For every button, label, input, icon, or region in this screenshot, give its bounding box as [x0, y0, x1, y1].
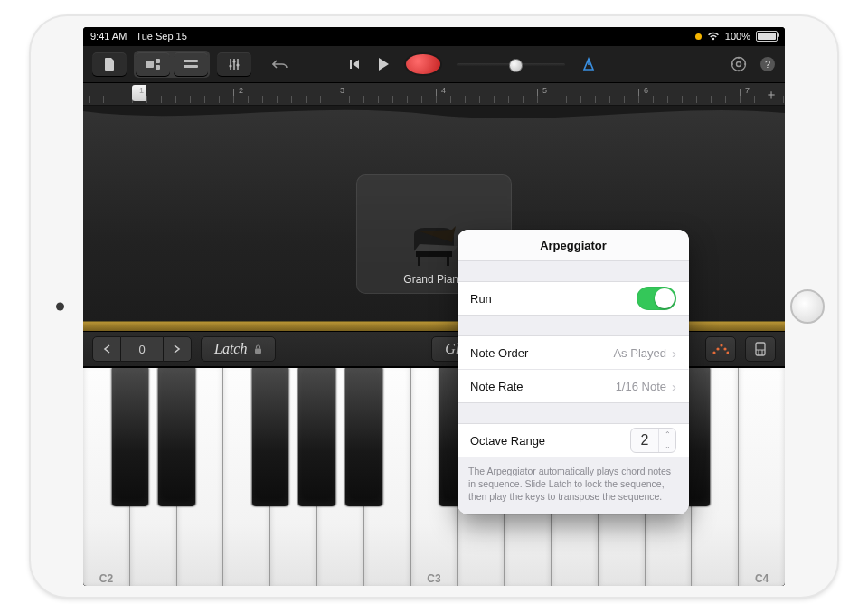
recording-indicator-icon — [695, 33, 702, 40]
toolbar: ? — [83, 45, 785, 83]
browser-view-button[interactable] — [136, 52, 170, 76]
white-key[interactable]: C4 — [739, 368, 785, 586]
popover-title: Arpeggiator — [458, 230, 689, 261]
ruler-mark: 3 — [340, 86, 344, 95]
home-button[interactable] — [790, 289, 825, 324]
ruler-mark: 1 — [139, 86, 144, 95]
ruler-mark: 4 — [441, 86, 446, 95]
svg-point-23 — [712, 351, 715, 354]
front-camera — [56, 303, 64, 311]
svg-point-12 — [737, 62, 741, 67]
grand-piano-icon — [407, 224, 461, 268]
screen: 9:41 AM Tue Sep 15 100% — [83, 27, 785, 586]
svg-rect-3 — [184, 60, 198, 62]
svg-rect-20 — [418, 257, 420, 266]
svg-point-25 — [720, 344, 722, 346]
svg-point-9 — [232, 60, 235, 62]
ruler[interactable]: 1 2 3 4 5 6 7 ＋ — [83, 83, 785, 106]
svg-point-8 — [229, 64, 231, 67]
battery-percent: 100% — [725, 31, 750, 42]
record-button[interactable] — [406, 54, 440, 74]
track-controls-button[interactable] — [217, 52, 251, 76]
status-bar: 9:41 AM Tue Sep 15 100% — [83, 27, 785, 45]
instrument-name: Grand Piano — [403, 273, 464, 286]
note-rate-row[interactable]: Note Rate 1/16 Note › — [458, 370, 689, 403]
svg-rect-21 — [447, 257, 449, 266]
arpeggiator-popover: Arpeggiator Run Note Order As Played › N… — [458, 230, 689, 514]
wifi-icon — [707, 32, 720, 41]
popover-description: The Arpeggiator automatically plays chor… — [458, 457, 689, 514]
svg-rect-19 — [416, 251, 452, 257]
latch-button[interactable]: Latch — [201, 336, 276, 362]
metronome-button[interactable] — [581, 57, 596, 71]
stepper-up-icon[interactable]: ⌃ — [659, 429, 675, 440]
ruler-mark: 5 — [542, 86, 547, 95]
svg-rect-0 — [146, 61, 154, 68]
octave-up-button[interactable] — [163, 336, 192, 362]
my-songs-button[interactable] — [92, 52, 127, 76]
svg-rect-22 — [255, 348, 261, 354]
black-key[interactable] — [252, 368, 288, 506]
keyboard-layout-button[interactable] — [745, 336, 776, 362]
help-button[interactable]: ? — [760, 56, 776, 72]
octave-shift: 0 — [92, 336, 192, 362]
status-date: Tue Sep 15 — [136, 31, 186, 42]
chevron-right-icon: › — [672, 379, 676, 394]
arpeggiator-button[interactable] — [705, 336, 736, 362]
octave-range-label: Octave Range — [470, 434, 630, 448]
play-button[interactable] — [377, 57, 390, 71]
black-key[interactable] — [112, 368, 148, 506]
svg-point-24 — [716, 347, 719, 350]
svg-rect-1 — [156, 59, 160, 63]
note-rate-value: 1/16 Note — [616, 380, 666, 393]
octave-value: 0 — [121, 336, 163, 362]
battery-icon — [756, 31, 778, 42]
svg-text:?: ? — [765, 59, 770, 70]
octave-down-button[interactable] — [92, 336, 121, 362]
master-volume-slider[interactable] — [457, 58, 565, 71]
key-label: C3 — [427, 572, 440, 585]
run-label: Run — [470, 292, 637, 306]
svg-rect-4 — [184, 65, 198, 68]
run-row: Run — [458, 282, 689, 316]
chevron-right-icon: › — [672, 345, 676, 361]
go-to-beginning-button[interactable] — [348, 58, 361, 71]
note-order-value: As Played — [613, 346, 666, 360]
ruler-mark: 7 — [745, 86, 750, 95]
octave-range-stepper[interactable]: 2 ⌃ ⌄ — [630, 428, 676, 453]
tracks-view-button[interactable] — [174, 52, 208, 76]
svg-point-27 — [726, 351, 729, 354]
ipad-frame: 9:41 AM Tue Sep 15 100% — [31, 16, 837, 597]
key-label: C4 — [755, 572, 769, 585]
svg-rect-28 — [756, 343, 765, 355]
run-toggle[interactable] — [637, 287, 676, 310]
latch-label: Latch — [214, 341, 247, 357]
black-key[interactable] — [158, 368, 194, 506]
svg-point-26 — [723, 347, 726, 350]
stepper-down-icon[interactable]: ⌄ — [659, 440, 675, 452]
black-key[interactable] — [345, 368, 382, 506]
status-time: 9:41 AM — [90, 31, 127, 42]
black-key[interactable] — [298, 368, 335, 506]
lock-icon — [254, 344, 262, 354]
settings-button[interactable] — [731, 56, 747, 72]
svg-point-11 — [732, 58, 746, 71]
svg-rect-2 — [156, 65, 160, 70]
svg-point-10 — [236, 63, 239, 66]
key-label: C2 — [99, 572, 113, 585]
note-rate-label: Note Rate — [470, 380, 616, 393]
ruler-mark: 6 — [644, 86, 648, 95]
undo-button[interactable] — [272, 58, 288, 71]
note-order-label: Note Order — [470, 346, 613, 360]
note-order-row[interactable]: Note Order As Played › — [458, 336, 689, 370]
add-section-button[interactable]: ＋ — [765, 87, 778, 103]
octave-range-row: Octave Range 2 ⌃ ⌄ — [458, 424, 689, 457]
lid-curve — [83, 106, 785, 126]
ruler-mark: 2 — [239, 86, 243, 95]
octave-range-value: 2 — [631, 432, 658, 448]
